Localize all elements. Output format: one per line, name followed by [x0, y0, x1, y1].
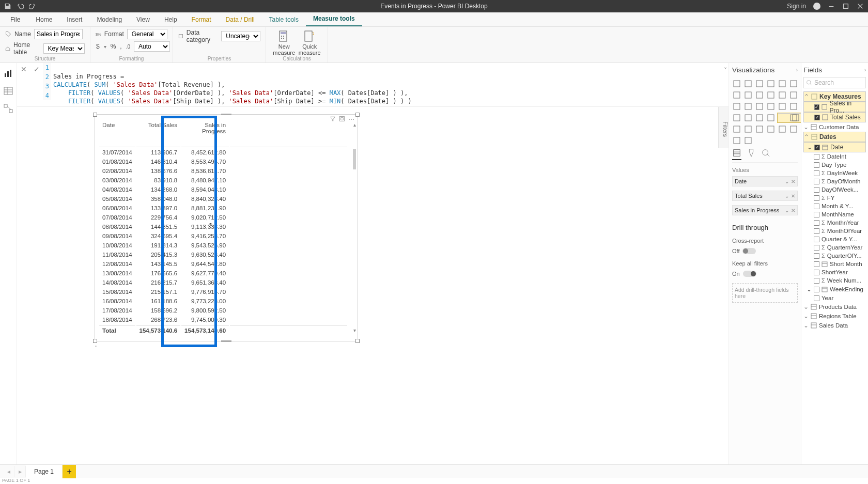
checkbox-icon[interactable]: ✓	[814, 104, 819, 110]
checkbox-icon[interactable]: ✓	[814, 115, 820, 120]
page-tab-1[interactable]: Page 1	[26, 465, 63, 478]
checkbox-icon[interactable]	[814, 220, 819, 226]
viz-type-donut[interactable]	[743, 102, 753, 111]
scroll-down-icon[interactable]: ▾	[351, 327, 358, 334]
col-sip[interactable]: Sales in Progress	[181, 119, 229, 147]
undo-icon[interactable]	[17, 3, 24, 10]
field-day-type[interactable]: Day Type	[803, 161, 866, 169]
viz-type-bar[interactable]	[755, 79, 764, 88]
tab-file[interactable]: File	[2, 13, 28, 26]
minimize-icon[interactable]	[828, 3, 835, 10]
field-week-num-[interactable]: ΣWeek Num...	[803, 276, 866, 285]
field-shortyear[interactable]: ShortYear	[803, 268, 866, 276]
table-row[interactable]: 07/08/2014229,756.49,020,712.50	[99, 213, 347, 222]
fields-collapse-icon[interactable]: ›	[864, 67, 866, 73]
field-sales-in-progress[interactable]: ✓Sales in Pro...	[803, 102, 866, 112]
visual-focus-icon[interactable]	[339, 116, 345, 123]
page-next-icon[interactable]: ▸	[14, 466, 26, 477]
table-products[interactable]: ⌄Products Data	[803, 302, 866, 311]
tab-modeling[interactable]: Modeling	[89, 13, 129, 26]
format-tab-icon[interactable]	[747, 148, 756, 160]
viz-type-map2[interactable]	[755, 124, 764, 134]
analytics-tab-icon[interactable]	[761, 148, 770, 160]
field-quarterofy-[interactable]: ΣQuarterOfY...	[803, 252, 866, 260]
redo-icon[interactable]	[29, 3, 36, 10]
table-row[interactable]: 02/08/2014138,676.68,536,811.70	[99, 167, 347, 175]
col-total-sales[interactable]: Total Sales	[136, 119, 181, 147]
viz-type-r[interactable]	[732, 124, 741, 134]
viz-type-matrix[interactable]	[789, 113, 798, 122]
tab-help[interactable]: Help	[157, 13, 184, 26]
decimals-select[interactable]: Auto	[134, 41, 170, 52]
viz-type-bar[interactable]	[766, 79, 776, 88]
checkbox-icon[interactable]	[814, 261, 819, 267]
field-year[interactable]: Year	[803, 294, 866, 302]
viz-type-card[interactable]	[743, 113, 753, 122]
tab-home[interactable]: Home	[28, 13, 59, 26]
viz-type-line[interactable]	[732, 90, 741, 100]
field-dayinweek[interactable]: ΣDayInWeek	[803, 169, 866, 177]
drag-handle-bottom[interactable]	[221, 340, 231, 342]
maximize-icon[interactable]	[842, 3, 849, 10]
comma-icon[interactable]: ,	[119, 41, 122, 52]
checkbox-icon[interactable]	[814, 170, 819, 176]
table-row[interactable]: 05/08/2014358,048.08,840,328.40	[99, 195, 347, 203]
drill-drop-zone[interactable]: Add drill-through fields here	[732, 283, 798, 303]
close-icon[interactable]	[857, 3, 864, 10]
add-page-button[interactable]: +	[63, 465, 76, 478]
drag-handle-top[interactable]	[221, 114, 231, 116]
tab-data-drill[interactable]: Data / Drill	[219, 13, 262, 26]
viz-type-bar[interactable]	[732, 79, 741, 88]
decimal-decrease-icon[interactable]: .0	[126, 41, 131, 52]
table-row[interactable]: 01/08/2014146,810.48,553,494.70	[99, 158, 347, 166]
viz-type-dots[interactable]	[766, 124, 776, 134]
field-month-y-[interactable]: Month & Y...	[803, 202, 866, 210]
viz-type-more[interactable]	[743, 136, 753, 145]
visual-filter-icon[interactable]	[330, 116, 336, 123]
filters-pane-collapsed[interactable]: Filters	[718, 107, 729, 148]
checkbox-icon[interactable]	[814, 228, 819, 234]
table-row[interactable]: 31/07/2014113,906.78,452,612.80	[99, 148, 347, 157]
viz-type-img[interactable]	[778, 124, 787, 134]
field-monthofyear[interactable]: ΣMonthOfYear	[803, 227, 866, 235]
viz-type-bar[interactable]	[778, 79, 787, 88]
table-row[interactable]: 04/08/2014134,268.08,594,043.10	[99, 185, 347, 194]
formula-bar[interactable]: ✕ ✓ 1 2 3 4 Sales in Progress = CALCULAT…	[17, 63, 729, 107]
expand-formula-icon[interactable]: ⌄	[723, 64, 727, 70]
field-weekending[interactable]: ⌄WeekEnding	[803, 285, 866, 294]
well-total-sales[interactable]: Total Sales⌄✕	[732, 191, 798, 201]
data-view-icon[interactable]	[3, 86, 13, 96]
checkbox-icon[interactable]	[814, 287, 819, 292]
checkbox-icon[interactable]	[814, 154, 819, 160]
viz-type-scatter[interactable]	[789, 90, 798, 100]
resize-handle-sw[interactable]	[93, 339, 97, 343]
commit-formula-icon[interactable]: ✓	[34, 65, 40, 73]
table-dates[interactable]: ⌃Dates	[803, 132, 866, 142]
viz-type-line[interactable]	[766, 90, 776, 100]
signin-link[interactable]: Sign in	[787, 3, 806, 10]
field-quarter-y-[interactable]: Quarter & Y...	[803, 235, 866, 243]
report-view-icon[interactable]	[3, 68, 13, 79]
tab-table-tools[interactable]: Table tools	[262, 13, 306, 26]
report-canvas[interactable]: ⋯ Date Total Sales Sales in Progress 31/…	[17, 107, 729, 464]
checkbox-icon[interactable]	[814, 253, 819, 259]
table-row[interactable]: 12/08/2014143,145.59,644,542.80	[99, 260, 347, 268]
viz-type-img[interactable]	[789, 124, 798, 134]
viz-type-kpi[interactable]	[755, 113, 764, 122]
checkbox-icon[interactable]	[814, 179, 819, 184]
percent-icon[interactable]: %	[110, 41, 117, 52]
resize-handle-se[interactable]	[355, 339, 360, 343]
resize-handle-nw[interactable]	[93, 113, 97, 117]
search-input[interactable]: Search	[803, 77, 866, 88]
viz-type-img[interactable]	[732, 136, 741, 145]
table-row[interactable]: 06/08/2014133,397.08,881,231.90	[99, 204, 347, 212]
table-row[interactable]: 18/08/2014268,723.69,745,009.30	[99, 316, 347, 324]
viz-type-py[interactable]	[743, 124, 753, 134]
field-fy[interactable]: ΣFY	[803, 194, 866, 202]
save-icon[interactable]	[4, 3, 11, 10]
viz-type-card[interactable]	[732, 113, 741, 122]
avatar-icon[interactable]	[813, 3, 820, 10]
viz-type-slicer[interactable]	[766, 113, 776, 122]
resize-handle-ne[interactable]	[355, 113, 360, 117]
tab-format[interactable]: Format	[184, 13, 219, 26]
